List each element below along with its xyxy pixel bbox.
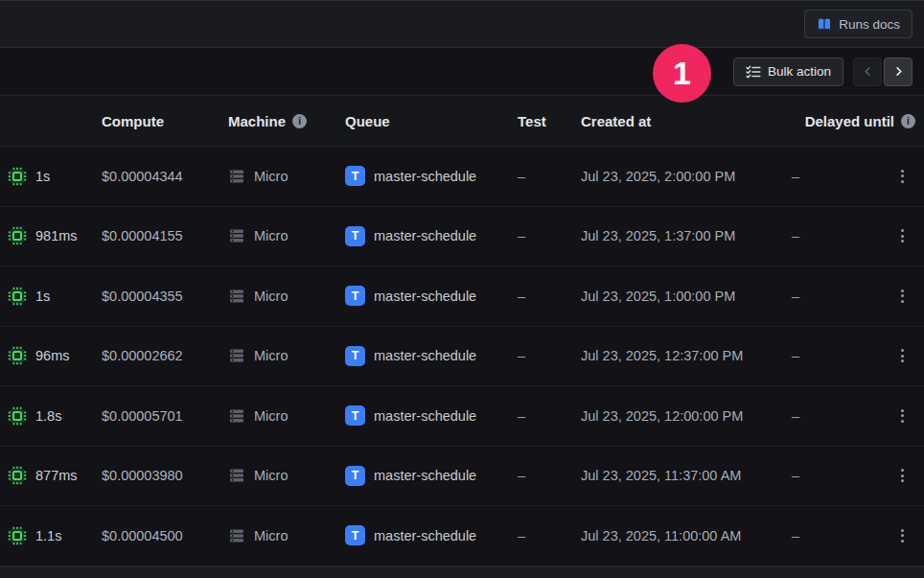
test-value: – (518, 348, 525, 363)
runs-page: Runs docs Bulk action (0, 0, 924, 578)
table-row[interactable]: 1s $0.00004355 M (0, 266, 924, 327)
task-queue-icon: T (345, 226, 365, 246)
delayed-until-value: – (792, 169, 799, 184)
machine-value: Micro (254, 348, 288, 363)
server-stack-icon (228, 168, 245, 185)
next-page-button[interactable] (884, 58, 912, 86)
task-queue-icon: T (345, 166, 365, 186)
compute-cost-value: $0.00004155 (102, 228, 183, 243)
row-actions-menu-button[interactable] (895, 404, 910, 428)
compute-cost-value: $0.00004355 (102, 289, 183, 304)
duration-cell: 1s (0, 287, 102, 306)
queue-value: master-schedule (374, 289, 476, 304)
cpu-chip-icon (8, 167, 27, 186)
footer-strip (0, 566, 924, 578)
compute-cost-cell: $0.00004355 (102, 289, 228, 304)
table-row[interactable]: 1.1s $0.00004500 (0, 506, 924, 566)
test-value: – (518, 468, 525, 483)
delayed-until-value: – (792, 528, 799, 543)
created-at-cell: Jul 23, 2025, 12:00:00 PM (581, 408, 792, 424)
server-stack-icon (228, 407, 245, 425)
created-at-cell: Jul 23, 2025, 12:37:00 PM (581, 348, 792, 363)
table-row[interactable]: 877ms $0.00003980 (0, 447, 924, 507)
duration-value: 981ms (35, 228, 78, 243)
delayed-until-cell: – (792, 528, 880, 543)
previous-page-button[interactable] (853, 58, 882, 86)
delayed-until-cell: – (792, 348, 880, 363)
task-queue-icon: T (345, 405, 365, 426)
column-header-machine: Machine i (228, 113, 345, 129)
compute-cost-cell: $0.00004155 (102, 228, 228, 243)
row-menu-cell (880, 223, 924, 248)
queue-value: master-schedule (374, 408, 476, 424)
pagination (853, 58, 912, 86)
cpu-chip-icon (8, 346, 27, 365)
row-actions-menu-button[interactable] (895, 223, 910, 248)
queue-cell: T master-schedule (345, 405, 518, 426)
column-header-compute-label: Compute (102, 113, 164, 129)
duration-value: 1.8s (35, 408, 61, 424)
machine-cell: Micro (228, 467, 345, 484)
column-header-compute: Compute (102, 113, 228, 129)
server-stack-icon (228, 527, 245, 544)
machine-cell: Micro (228, 527, 345, 544)
compute-cost-cell: $0.00004500 (102, 528, 228, 543)
duration-value: 1s (35, 289, 50, 304)
created-at-value: Jul 23, 2025, 11:37:00 AM (581, 468, 741, 483)
machine-value: Micro (254, 289, 288, 304)
row-actions-menu-button[interactable] (895, 343, 910, 368)
column-header-machine-label: Machine (228, 113, 286, 129)
test-value: – (518, 289, 525, 304)
table-row[interactable]: 1s $0.00004344 M (0, 147, 924, 207)
row-menu-cell (880, 284, 924, 309)
machine-value: Micro (254, 528, 288, 543)
list-checks-icon (746, 64, 761, 80)
row-actions-menu-button[interactable] (895, 463, 910, 488)
test-value: – (518, 228, 525, 243)
row-menu-cell (880, 523, 924, 548)
bulk-action-button[interactable]: Bulk action (733, 58, 843, 86)
duration-value: 96ms (35, 348, 69, 363)
machine-cell: Micro (228, 347, 345, 364)
delayed-until-value: – (792, 228, 799, 243)
duration-value: 1.1s (35, 528, 61, 543)
created-at-cell: Jul 23, 2025, 1:00:00 PM (581, 289, 792, 304)
queue-cell: T master-schedule (345, 346, 518, 366)
table-header-row: Compute Machine i Queue Test Created at … (0, 96, 924, 147)
delayed-until-info-icon[interactable]: i (901, 114, 915, 128)
column-header-delayed-until: Delayed until i (792, 113, 924, 129)
created-at-value: Jul 23, 2025, 11:00:00 AM (581, 528, 741, 543)
queue-cell: T master-schedule (345, 286, 518, 306)
runs-docs-button[interactable]: Runs docs (804, 10, 912, 38)
duration-value: 1s (35, 169, 50, 184)
row-actions-menu-button[interactable] (895, 523, 910, 548)
delayed-until-value: – (792, 408, 799, 424)
table-row[interactable]: 96ms $0.00002662 (0, 327, 924, 387)
annotation-badge-number: 1 (673, 55, 691, 92)
machine-value: Micro (254, 408, 288, 424)
delayed-until-value: – (792, 468, 799, 483)
created-at-value: Jul 23, 2025, 12:00:00 PM (581, 408, 743, 424)
annotation-badge-1: 1 (653, 44, 711, 103)
duration-value: 877ms (35, 468, 78, 483)
created-at-value: Jul 23, 2025, 1:37:00 PM (581, 228, 735, 243)
compute-cost-value: $0.00004344 (102, 169, 183, 184)
test-cell: – (518, 468, 581, 483)
table-row[interactable]: 1.8s $0.00005701 (0, 386, 924, 447)
delayed-until-cell: – (792, 468, 880, 483)
delayed-until-cell: – (792, 289, 880, 304)
cpu-chip-icon (8, 466, 27, 485)
row-menu-cell (880, 404, 924, 428)
column-header-queue: Queue (345, 113, 518, 129)
server-stack-icon (228, 227, 245, 244)
column-header-queue-label: Queue (345, 113, 390, 129)
column-header-delayed-until-label: Delayed until (805, 113, 894, 129)
machine-info-icon[interactable]: i (292, 114, 307, 128)
row-actions-menu-button[interactable] (895, 284, 910, 309)
table-row[interactable]: 981ms $0.00004155 (0, 207, 924, 267)
delayed-until-cell: – (792, 228, 880, 243)
row-actions-menu-button[interactable] (895, 164, 910, 189)
created-at-value: Jul 23, 2025, 1:00:00 PM (581, 289, 735, 304)
compute-cost-cell: $0.00004344 (102, 169, 228, 184)
machine-value: Micro (254, 468, 288, 483)
